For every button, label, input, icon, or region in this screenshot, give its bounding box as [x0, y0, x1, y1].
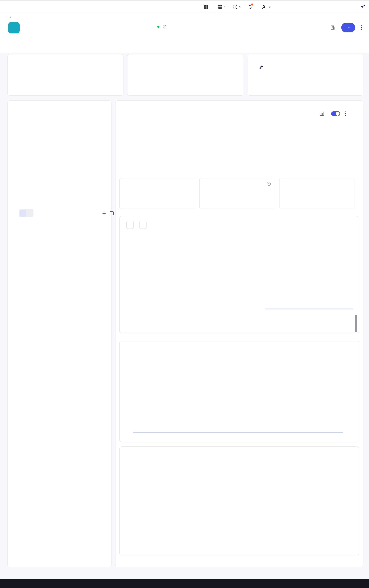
conversion-help-icon[interactable]: ?	[266, 181, 271, 186]
globe-icon	[217, 4, 223, 10]
manage-access-button[interactable]	[330, 25, 337, 30]
topbar-divider	[355, 3, 355, 11]
revenue-chart-scrollbar[interactable]	[265, 309, 353, 309]
revenue-line-chart	[244, 236, 357, 311]
svg-text:?: ?	[268, 183, 269, 185]
chevron-down-icon	[348, 26, 351, 29]
top-navigation-bar: ?	[0, 1, 369, 13]
associated-sources-card	[8, 54, 123, 96]
building-icon	[330, 25, 335, 30]
total-revenue-card	[279, 178, 355, 209]
shared-toggle[interactable]	[331, 111, 340, 116]
audiences-card	[127, 54, 243, 96]
help-menu[interactable]: ?	[233, 4, 242, 10]
ctr-label	[133, 190, 134, 194]
help-icon: ?	[233, 4, 238, 10]
bottom-bar	[0, 579, 369, 588]
filter-shared-tab[interactable]	[27, 210, 33, 217]
notification-badge	[251, 3, 253, 6]
insights-sparkle-icon	[258, 65, 264, 70]
impressions-chart-scrollbar[interactable]	[133, 432, 343, 433]
active-status-dot	[157, 26, 160, 28]
dimension-dropdown[interactable]	[126, 221, 134, 229]
dashboards-sidebar: +	[8, 100, 112, 567]
svg-text:?: ?	[235, 6, 236, 8]
breadcrumb: ›	[8, 15, 13, 19]
click-through-rate-card	[119, 178, 195, 209]
filter-all-tab[interactable]	[20, 210, 26, 217]
revenue-bar-chart	[123, 242, 239, 310]
sparkle-icon	[360, 4, 366, 10]
status-badge: ?	[157, 25, 167, 29]
campaign-table-card	[119, 447, 359, 555]
impressions-clicks-chart	[123, 359, 357, 431]
add-dashboard-button[interactable]: +	[100, 209, 108, 217]
instant-insights-card[interactable]	[248, 54, 363, 96]
table-view-icon[interactable]	[319, 111, 324, 116]
page-more-menu[interactable]	[359, 24, 363, 31]
chevron-down-icon	[239, 6, 242, 8]
conversion-rate-card: ?	[199, 178, 275, 209]
user-icon	[261, 4, 266, 10]
notifications-button[interactable]	[247, 4, 253, 10]
collapse-panel-button[interactable]	[109, 211, 114, 217]
avatar	[8, 22, 20, 33]
language-menu[interactable]	[217, 4, 226, 10]
ai-assistant-button[interactable]	[360, 4, 366, 10]
svg-text:?: ?	[164, 26, 165, 28]
legend-scrollbar[interactable]	[355, 315, 357, 332]
dashboard-filter-segmented-control	[19, 209, 33, 217]
account-menu[interactable]	[261, 4, 271, 10]
breadcrumb-separator-icon: ›	[10, 15, 11, 19]
dashboard-more-menu[interactable]	[344, 110, 347, 117]
measure-dropdown[interactable]	[139, 221, 146, 229]
status-help-icon[interactable]: ?	[163, 25, 167, 29]
chevron-down-icon	[224, 6, 226, 8]
new-audience-button[interactable]	[341, 23, 355, 32]
app-root: ? › ?	[0, 0, 369, 588]
chevron-down-icon	[268, 6, 271, 8]
apps-grid-icon[interactable]	[204, 4, 208, 10]
